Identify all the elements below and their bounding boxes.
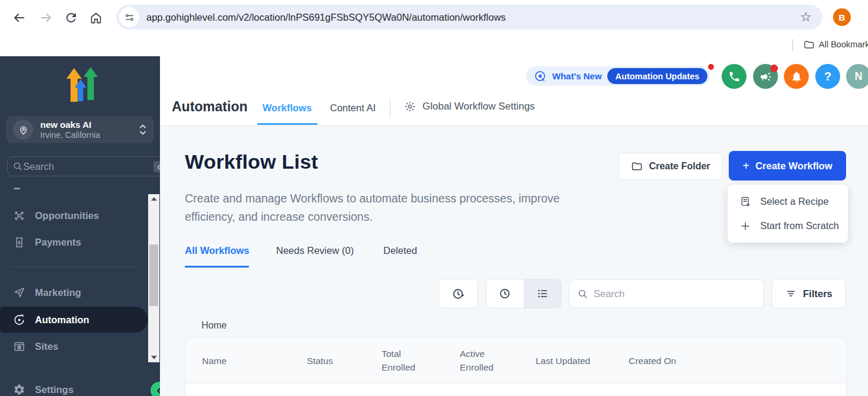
plus-icon: + bbox=[742, 159, 750, 173]
refresh-icon[interactable] bbox=[64, 11, 78, 25]
megaphone-icon bbox=[760, 70, 772, 83]
sidebar-scrollbar[interactable] bbox=[148, 194, 159, 362]
scrollbar-thumb[interactable] bbox=[149, 244, 158, 306]
breadcrumb-home[interactable]: Home bbox=[201, 320, 227, 331]
sidebar-search-input[interactable] bbox=[23, 161, 153, 172]
create-workflow-button[interactable]: + Create Workflow bbox=[729, 151, 846, 181]
paper-plane-icon bbox=[13, 286, 25, 299]
opportunities-icon bbox=[13, 210, 25, 222]
all-bookmarks-button[interactable]: All Bookmarks bbox=[819, 40, 868, 49]
workflow-search[interactable] bbox=[569, 279, 764, 308]
tab-content-ai[interactable]: Content AI bbox=[330, 102, 376, 114]
bell-icon bbox=[790, 70, 803, 83]
search-icon bbox=[12, 161, 23, 172]
chevron-updown-icon bbox=[139, 123, 147, 137]
sidebar-item-opportunities[interactable]: Opportunities bbox=[0, 205, 148, 226]
site-settings-icon[interactable] bbox=[119, 7, 139, 27]
home-icon[interactable] bbox=[89, 11, 103, 25]
bookmarks-folder-icon bbox=[803, 39, 815, 50]
scrolled-item-fragment bbox=[14, 188, 20, 189]
sidebar-divider bbox=[11, 266, 137, 267]
tab-workflows-underline bbox=[257, 123, 318, 125]
recipe-icon bbox=[739, 196, 751, 208]
sites-icon bbox=[13, 340, 25, 353]
sidebar-search[interactable]: ctrl K bbox=[7, 156, 184, 176]
search-icon bbox=[577, 288, 588, 300]
sidebar-item-payments[interactable]: $ Payments bbox=[0, 231, 148, 253]
tab-deleted[interactable]: Deleted bbox=[383, 245, 417, 256]
location-name: new oaks AI bbox=[40, 120, 139, 130]
sidebar-item-label: Settings bbox=[35, 384, 73, 395]
sidebar-item-settings[interactable]: Settings bbox=[0, 379, 148, 396]
whats-new-label: What's New bbox=[552, 71, 602, 81]
url-text[interactable]: app.gohighlevel.com/v2/location/lnPS691g… bbox=[146, 12, 800, 23]
forward-icon[interactable] bbox=[39, 11, 53, 25]
location-switcher[interactable]: new oaks AI Irvine, California bbox=[6, 116, 154, 143]
table-body-empty bbox=[185, 384, 846, 396]
sidebar-item-label: Opportunities bbox=[35, 210, 99, 221]
scroll-up-arrow[interactable] bbox=[148, 194, 159, 204]
location-pin-icon bbox=[13, 120, 33, 140]
tab-all-workflows-underline bbox=[185, 266, 249, 268]
list-view-toggle[interactable] bbox=[524, 279, 562, 308]
tab-all-workflows[interactable]: All Workflows bbox=[185, 245, 249, 256]
whats-new-pill[interactable]: What's New Automation Updates bbox=[526, 66, 710, 86]
column-header-total-enrolled[interactable]: Total Enrolled bbox=[382, 347, 418, 374]
column-header-created-on[interactable]: Created On bbox=[629, 354, 676, 368]
screen: app.gohighlevel.com/v2/location/lnPS691g… bbox=[0, 0, 868, 396]
gohighlevel-logo bbox=[60, 67, 100, 102]
sidebar-item-automation[interactable]: Automation bbox=[0, 307, 148, 333]
bookmarks-bar: All Bookmarks bbox=[0, 34, 868, 56]
phone-button[interactable] bbox=[722, 64, 747, 89]
gear-icon bbox=[404, 101, 416, 112]
create-workflow-dropdown: Select a Recipe Start from Scratch bbox=[728, 185, 848, 243]
filter-icon bbox=[785, 288, 797, 300]
tab-needs-review[interactable]: Needs Review (0) bbox=[276, 245, 354, 256]
automation-icon bbox=[13, 314, 25, 326]
sidebar-item-marketing[interactable]: Marketing bbox=[0, 282, 148, 303]
column-header-name[interactable]: Name bbox=[202, 354, 307, 368]
browser-toolbar: app.gohighlevel.com/v2/location/lnPS691g… bbox=[0, 0, 868, 34]
updates-notification-dot bbox=[708, 64, 714, 70]
scroll-down-arrow[interactable] bbox=[148, 353, 159, 362]
browser-profile-avatar[interactable]: B bbox=[833, 8, 851, 26]
workflow-list-title: Workflow List bbox=[185, 150, 318, 173]
sidebar: new oaks AI Irvine, California ctrl K Op… bbox=[0, 56, 160, 396]
bookmarks-separator bbox=[792, 39, 793, 51]
create-folder-button[interactable]: Create Folder bbox=[619, 153, 723, 180]
workflow-table: Name Status Total Enrolled Active Enroll… bbox=[185, 337, 847, 396]
menu-item-select-recipe[interactable]: Select a Recipe bbox=[728, 189, 848, 214]
help-button[interactable]: ? bbox=[815, 64, 840, 89]
sidebar-item-label: Marketing bbox=[35, 287, 81, 298]
notifications-button[interactable] bbox=[784, 64, 809, 89]
bookmark-star-icon[interactable]: ☆ bbox=[800, 9, 812, 25]
user-avatar[interactable]: N bbox=[846, 64, 868, 89]
folder-icon bbox=[631, 160, 643, 172]
gear-icon bbox=[13, 384, 25, 396]
column-header-status[interactable]: Status bbox=[307, 354, 382, 368]
automation-updates-badge[interactable]: Automation Updates bbox=[607, 68, 708, 84]
sidebar-item-label: Automation bbox=[35, 314, 89, 326]
column-header-active-enrolled[interactable]: Active Enrolled bbox=[460, 347, 497, 374]
time-view-toggle[interactable] bbox=[486, 279, 524, 308]
url-bar[interactable]: app.gohighlevel.com/v2/location/lnPS691g… bbox=[116, 5, 822, 30]
workflow-list-description: Create and manage Workflows to automate … bbox=[185, 189, 607, 226]
question-icon: ? bbox=[824, 70, 831, 83]
tab-workflows[interactable]: Workflows bbox=[262, 102, 312, 114]
view-toggle-group bbox=[486, 279, 562, 308]
back-icon[interactable] bbox=[12, 11, 26, 25]
enrollment-history-button[interactable] bbox=[438, 279, 478, 308]
global-workflow-settings-button[interactable]: Global Workflow Settings bbox=[404, 101, 535, 112]
header-divider bbox=[390, 99, 390, 118]
plus-icon bbox=[739, 220, 751, 232]
menu-item-start-from-scratch[interactable]: Start from Scratch bbox=[728, 214, 848, 238]
filters-button[interactable]: Filters bbox=[771, 279, 846, 308]
workflow-search-input[interactable] bbox=[594, 288, 764, 300]
history-clock-icon bbox=[451, 287, 465, 301]
announcement-icon bbox=[534, 70, 547, 83]
sidebar-item-sites[interactable]: Sites bbox=[0, 336, 148, 357]
sidebar-item-label: Sites bbox=[35, 341, 58, 352]
column-header-last-updated[interactable]: Last Updated bbox=[536, 354, 629, 368]
svg-text:$: $ bbox=[18, 239, 21, 246]
clock-icon bbox=[498, 287, 511, 300]
